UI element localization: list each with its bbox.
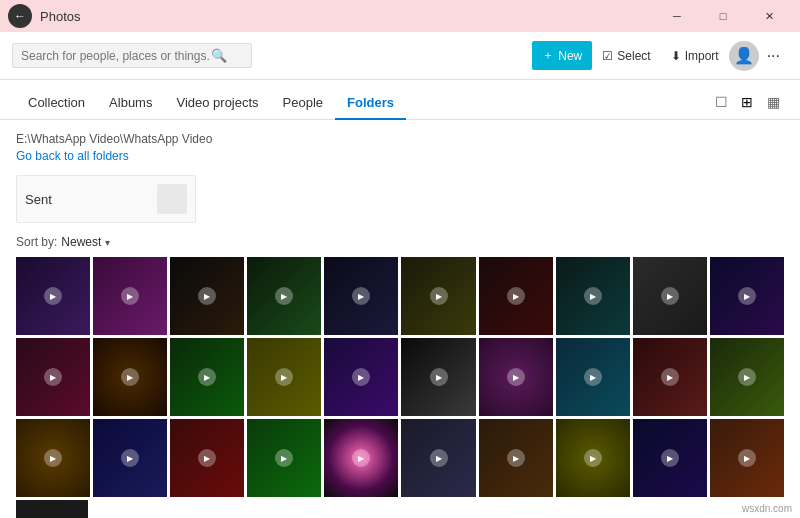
- photo-cell[interactable]: ▶: [247, 419, 321, 497]
- play-icon: ▶: [275, 368, 293, 386]
- photo-row-2: ▶ ▶ ▶ ▶ ▶ ▶ ▶ ▶ ▶ ▶: [16, 338, 784, 416]
- select-icon: ☑: [602, 49, 613, 63]
- more-button[interactable]: ···: [759, 41, 788, 71]
- play-icon: ▶: [275, 449, 293, 467]
- folder-item-sent[interactable]: Sent: [16, 175, 196, 223]
- photo-cell[interactable]: ▶: [556, 338, 630, 416]
- photo-cell[interactable]: ▶: [479, 257, 553, 335]
- play-icon: ▶: [198, 287, 216, 305]
- play-icon: ▶: [507, 449, 525, 467]
- photo-cell[interactable]: ▶: [710, 419, 784, 497]
- sort-by-label: Sort by:: [16, 235, 57, 249]
- play-icon: ▶: [44, 287, 62, 305]
- play-icon: ▶: [738, 449, 756, 467]
- photo-cell[interactable]: ▶: [479, 338, 553, 416]
- back-button[interactable]: ←: [8, 4, 32, 28]
- photo-cell[interactable]: ▶: [633, 419, 707, 497]
- play-icon: ▶: [507, 368, 525, 386]
- photo-cell[interactable]: ▶: [16, 338, 90, 416]
- content-area: E:\WhatsApp Video\WhatsApp Video Go back…: [0, 120, 800, 518]
- play-icon: ▶: [738, 368, 756, 386]
- search-box[interactable]: 🔍: [12, 43, 252, 68]
- view-options: ☐ ⊞ ▦: [710, 91, 784, 119]
- photo-row-3: ▶ ▶ ▶ ▶ ▶ ▶ ▶ ▶ ▶ ▶: [16, 419, 784, 497]
- select-button[interactable]: ☑ Select: [592, 43, 660, 69]
- play-icon: ▶: [584, 287, 602, 305]
- view-large-icon[interactable]: ▦: [762, 91, 784, 113]
- user-avatar[interactable]: 👤: [729, 41, 759, 71]
- new-button[interactable]: ＋ New: [532, 41, 592, 70]
- photo-row-1: ▶ ▶ ▶ ▶ ▶ ▶ ▶ ▶ ▶ ▶: [16, 257, 784, 335]
- photo-cell[interactable]: ▶: [710, 338, 784, 416]
- play-icon: ▶: [44, 449, 62, 467]
- play-icon: ▶: [507, 287, 525, 305]
- import-button[interactable]: ⬇ Import: [661, 43, 729, 69]
- play-icon: ▶: [44, 368, 62, 386]
- maximize-button[interactable]: □: [700, 0, 746, 32]
- tab-video-projects[interactable]: Video projects: [164, 87, 270, 120]
- photo-cell[interactable]: ▶: [93, 419, 167, 497]
- play-icon: ▶: [275, 287, 293, 305]
- select-label: Select: [617, 49, 650, 63]
- play-icon: ▶: [661, 449, 679, 467]
- photo-cell[interactable]: ▶: [633, 338, 707, 416]
- photo-cell[interactable]: ▶: [16, 500, 88, 518]
- watermark: wsxdn.com: [742, 503, 792, 514]
- photo-cell[interactable]: ▶: [710, 257, 784, 335]
- play-icon: ▶: [738, 287, 756, 305]
- play-icon: ▶: [121, 368, 139, 386]
- import-icon: ⬇: [671, 49, 681, 63]
- photo-cell[interactable]: ▶: [633, 257, 707, 335]
- tab-collection[interactable]: Collection: [16, 87, 97, 120]
- close-button[interactable]: ✕: [746, 0, 792, 32]
- play-icon: ▶: [430, 287, 448, 305]
- photo-cell[interactable]: ▶: [556, 257, 630, 335]
- photo-cell[interactable]: ▶: [93, 257, 167, 335]
- play-icon: ▶: [352, 449, 370, 467]
- photo-cell[interactable]: ▶: [324, 338, 398, 416]
- photo-cell[interactable]: ▶: [93, 338, 167, 416]
- photo-cell[interactable]: ▶: [247, 338, 321, 416]
- photo-cell[interactable]: ▶: [16, 419, 90, 497]
- play-icon: ▶: [121, 287, 139, 305]
- photo-cell[interactable]: ▶: [479, 419, 553, 497]
- minimize-button[interactable]: ─: [654, 0, 700, 32]
- search-input[interactable]: [21, 49, 211, 63]
- tab-albums[interactable]: Albums: [97, 87, 164, 120]
- sort-arrow-icon[interactable]: ▾: [105, 237, 110, 248]
- back-icon: ←: [14, 9, 26, 23]
- play-icon: ▶: [198, 449, 216, 467]
- photo-cell[interactable]: ▶: [556, 419, 630, 497]
- sort-bar: Sort by: Newest ▾: [16, 235, 784, 249]
- app-title: Photos: [40, 9, 80, 24]
- photo-cell[interactable]: ▶: [247, 257, 321, 335]
- photo-cell[interactable]: ▶: [401, 419, 475, 497]
- tab-people[interactable]: People: [271, 87, 335, 120]
- photo-cell[interactable]: ▶: [170, 419, 244, 497]
- new-label: New: [558, 49, 582, 63]
- sort-value[interactable]: Newest: [61, 235, 101, 249]
- play-icon: ▶: [352, 287, 370, 305]
- play-icon: ▶: [198, 368, 216, 386]
- tab-folders[interactable]: Folders: [335, 87, 406, 120]
- play-icon: ▶: [430, 449, 448, 467]
- play-icon: ▶: [584, 368, 602, 386]
- photo-cell[interactable]: ▶: [401, 257, 475, 335]
- photo-cell[interactable]: ▶: [170, 257, 244, 335]
- play-icon: ▶: [584, 449, 602, 467]
- play-icon: ▶: [661, 287, 679, 305]
- photo-cell[interactable]: ▶: [324, 419, 398, 497]
- photo-cell[interactable]: ▶: [324, 257, 398, 335]
- play-icon: ▶: [121, 449, 139, 467]
- photo-grid: ▶ ▶ ▶ ▶ ▶ ▶ ▶ ▶ ▶ ▶ ▶ ▶ ▶ ▶ ▶ ▶ ▶ ▶ ▶ ▶ …: [16, 257, 784, 518]
- view-medium-icon[interactable]: ⊞: [736, 91, 758, 113]
- back-to-folders-link[interactable]: Go back to all folders: [16, 149, 129, 163]
- photo-cell[interactable]: ▶: [170, 338, 244, 416]
- import-label: Import: [685, 49, 719, 63]
- view-small-icon[interactable]: ☐: [710, 91, 732, 113]
- photo-cell[interactable]: ▶: [16, 257, 90, 335]
- photo-row-4: ▶: [16, 500, 784, 518]
- play-icon: ▶: [430, 368, 448, 386]
- photo-cell[interactable]: ▶: [401, 338, 475, 416]
- folder-path: E:\WhatsApp Video\WhatsApp Video: [16, 132, 784, 146]
